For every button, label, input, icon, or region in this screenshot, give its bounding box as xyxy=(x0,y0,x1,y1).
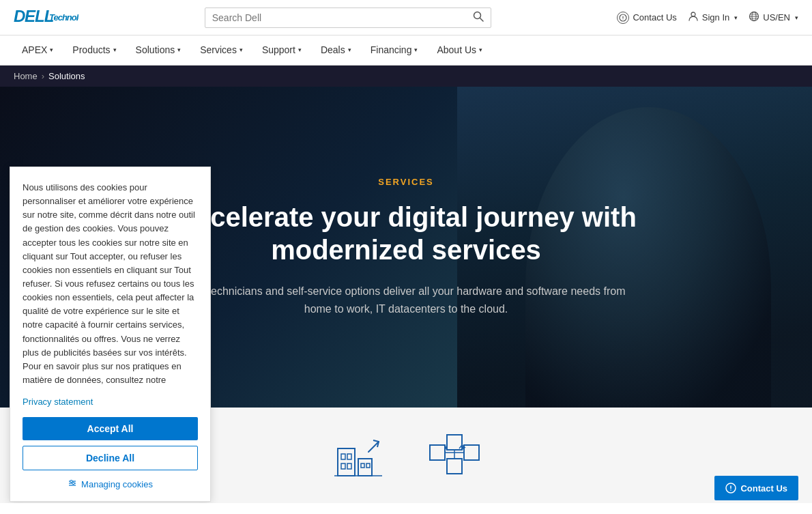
svg-rect-14 xyxy=(338,448,355,476)
icon-box-network xyxy=(426,428,481,483)
search-input[interactable] xyxy=(212,12,473,23)
contact-icon xyxy=(617,12,629,24)
sign-in-label: Sign In xyxy=(702,12,729,23)
contact-us-float-label: Contact Us xyxy=(740,483,787,494)
search-icon xyxy=(473,11,484,22)
privacy-statement-link[interactable]: Privacy statement xyxy=(23,397,93,407)
nav-item-apex[interactable]: APEX ▾ xyxy=(14,35,61,66)
svg-rect-15 xyxy=(341,454,345,459)
locale-chevron: ▾ xyxy=(795,14,798,21)
about-chevron: ▾ xyxy=(479,46,482,53)
managing-cookies-label: Managing cookies xyxy=(81,479,153,489)
locale-label: US/EN xyxy=(763,12,790,23)
network-exchange-icon xyxy=(426,428,481,483)
svg-rect-21 xyxy=(366,463,370,468)
contact-us-link[interactable]: Contact Us xyxy=(617,12,676,24)
decline-all-button[interactable]: Decline All xyxy=(23,446,198,470)
breadcrumb-separator: › xyxy=(42,71,44,81)
person-icon xyxy=(688,11,699,24)
svg-rect-35 xyxy=(70,481,72,483)
contact-us-float-icon xyxy=(725,483,736,494)
svg-rect-26 xyxy=(464,445,479,460)
sign-in-link[interactable]: Sign In ▾ xyxy=(688,11,738,24)
svg-rect-20 xyxy=(361,463,364,468)
hero-label: SERVICES xyxy=(167,177,645,187)
nav-item-services[interactable]: Services ▾ xyxy=(192,35,251,66)
sign-in-chevron: ▾ xyxy=(734,14,738,21)
svg-rect-18 xyxy=(347,463,351,469)
managing-cookies-link[interactable]: Managing cookies xyxy=(23,479,198,490)
support-chevron: ▾ xyxy=(298,46,302,53)
hero-subtitle: Our technicians and self-service options… xyxy=(174,283,638,317)
main-nav: APEX ▾ Products ▾ Solutions ▾ Services ▾… xyxy=(0,35,812,66)
search-bar xyxy=(205,8,491,28)
apex-chevron: ▾ xyxy=(50,46,53,53)
breadcrumb: Home › Solutions xyxy=(0,66,812,87)
svg-text:Technologies: Technologies xyxy=(49,12,78,23)
icon-box-building xyxy=(331,428,386,483)
breadcrumb-current: Solutions xyxy=(48,71,85,81)
nav-item-solutions[interactable]: Solutions ▾ xyxy=(128,35,190,66)
services-chevron: ▾ xyxy=(240,46,243,53)
solutions-chevron: ▾ xyxy=(177,46,181,53)
logo-dell: D ELL Technologies xyxy=(14,5,78,30)
svg-line-4 xyxy=(480,18,483,21)
accept-all-button[interactable]: Accept All xyxy=(23,417,198,440)
header: D ELL Technologies Contact Us xyxy=(0,0,812,35)
hero-title: Accelerate your digital journey with mod… xyxy=(167,201,645,266)
header-right: Contact Us Sign In ▾ xyxy=(617,11,798,24)
svg-rect-16 xyxy=(347,454,351,459)
manage-cookies-icon xyxy=(68,479,77,490)
nav-item-deals[interactable]: Deals ▾ xyxy=(313,35,360,66)
search-button[interactable] xyxy=(473,11,484,25)
cookie-text: Nous utilisons des cookies pour personna… xyxy=(23,181,198,387)
svg-rect-17 xyxy=(341,463,345,469)
nav-item-support[interactable]: Support ▾ xyxy=(254,35,310,66)
svg-point-7 xyxy=(623,18,624,19)
building-growth-icon xyxy=(331,428,386,483)
contact-us-floating-button[interactable]: Contact Us xyxy=(714,476,798,500)
nav-item-products[interactable]: Products ▾ xyxy=(64,35,124,66)
main-content: Home › Solutions SERVICES Accelerate you… xyxy=(0,66,812,503)
contact-us-label: Contact Us xyxy=(633,12,676,23)
financing-chevron: ▾ xyxy=(414,46,418,53)
svg-point-8 xyxy=(691,12,695,16)
nav-item-financing[interactable]: Financing ▾ xyxy=(362,35,426,66)
breadcrumb-home[interactable]: Home xyxy=(14,71,38,81)
locale-link[interactable]: US/EN ▾ xyxy=(749,11,798,24)
hero-content: SERVICES Accelerate your digital journey… xyxy=(140,177,672,317)
globe-icon xyxy=(749,11,759,24)
cookie-banner: Nous utilisons des cookies pour personna… xyxy=(10,167,211,502)
svg-text:D: D xyxy=(14,7,25,25)
deals-chevron: ▾ xyxy=(348,46,351,53)
svg-point-39 xyxy=(731,489,732,491)
svg-rect-24 xyxy=(430,445,445,460)
nav-item-about[interactable]: About Us ▾ xyxy=(429,35,491,66)
products-chevron: ▾ xyxy=(113,46,117,53)
logo[interactable]: D ELL Technologies xyxy=(14,5,78,30)
svg-rect-27 xyxy=(447,459,462,474)
svg-rect-36 xyxy=(72,483,74,485)
